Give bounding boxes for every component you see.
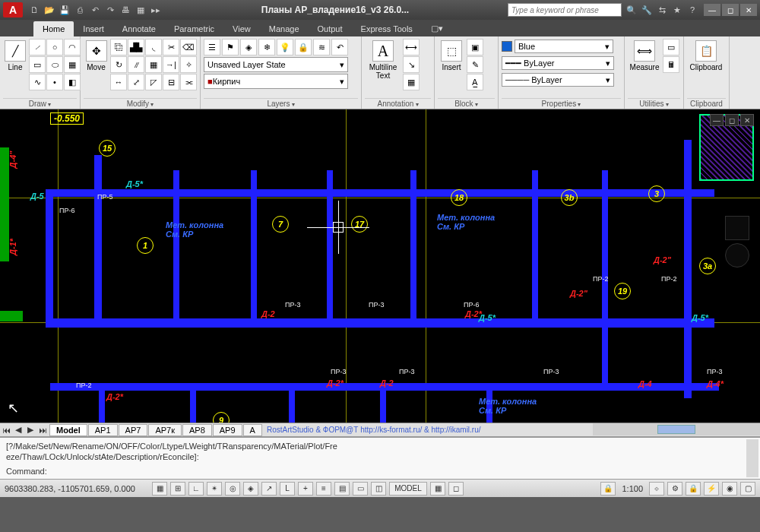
help-search-input[interactable] bbox=[508, 3, 622, 17]
undo-icon[interactable]: ↶ bbox=[88, 3, 102, 17]
layer-prev-icon[interactable]: ↶ bbox=[331, 39, 348, 55]
offset-icon[interactable]: ⫽ bbox=[128, 56, 144, 73]
color-swatch[interactable] bbox=[502, 41, 512, 52]
mtext-tool[interactable]: AMultiline Text bbox=[365, 39, 401, 81]
redo-icon[interactable]: ↷ bbox=[103, 3, 117, 17]
tab-view[interactable]: View bbox=[223, 21, 260, 36]
annoscale-icon[interactable]: ⟐ bbox=[649, 482, 664, 496]
copy-icon[interactable]: ⿻ bbox=[110, 39, 127, 55]
vp-max-icon[interactable]: ◻ bbox=[725, 114, 739, 126]
arc-icon[interactable]: ◠ bbox=[64, 39, 81, 55]
scale-icon[interactable]: ⤢ bbox=[128, 74, 144, 90]
layer-match-icon[interactable]: ≋ bbox=[313, 39, 330, 55]
array-icon[interactable]: ▦ bbox=[145, 56, 162, 73]
3dosnap-toggle[interactable]: ◈ bbox=[243, 482, 258, 496]
fillet-icon[interactable]: ◟ bbox=[145, 39, 162, 55]
layout-tab-ar7[interactable]: АР7 bbox=[119, 424, 148, 436]
tab-next-icon[interactable]: ▶ bbox=[24, 424, 36, 436]
leader-icon[interactable]: ↘ bbox=[403, 56, 420, 73]
star-icon[interactable]: ★ bbox=[670, 3, 684, 17]
ortho-toggle[interactable]: ∟ bbox=[188, 482, 204, 496]
nav-bar[interactable] bbox=[725, 216, 752, 307]
hatch-icon[interactable]: ▦ bbox=[64, 56, 81, 73]
insert-tool[interactable]: ⬚Insert bbox=[438, 39, 465, 73]
lwt-toggle[interactable]: ≡ bbox=[316, 482, 331, 496]
edit-block-icon[interactable]: ✎ bbox=[467, 56, 483, 73]
hardware-accel-icon[interactable]: ⚡ bbox=[704, 482, 719, 496]
layout-tab-ar8[interactable]: АР8 bbox=[182, 424, 212, 436]
open-icon[interactable]: 📂 bbox=[43, 3, 56, 17]
plot-icon[interactable]: ▦ bbox=[134, 3, 147, 17]
layer-prop-icon[interactable]: ☰ bbox=[204, 39, 220, 55]
rotate-icon[interactable]: ↻ bbox=[110, 56, 127, 73]
trim-icon[interactable]: ✂ bbox=[163, 39, 179, 55]
isolate-icon[interactable]: ◉ bbox=[722, 482, 737, 496]
drawing-canvas[interactable]: -0.550 15 1 7 17 18 3b 3 3a 19 9 Д-5 Д-5… bbox=[0, 109, 760, 423]
tab-output[interactable]: Output bbox=[309, 21, 352, 36]
exchange-icon[interactable]: ⇆ bbox=[655, 3, 669, 17]
annoscale-lock-icon[interactable]: 🔒 bbox=[600, 482, 616, 496]
tab-parametric[interactable]: Parametric bbox=[165, 21, 223, 36]
circle-icon[interactable]: ○ bbox=[46, 39, 63, 55]
join-icon[interactable]: ⫘ bbox=[180, 74, 197, 90]
color-combo[interactable]: Blue▾ bbox=[515, 40, 613, 53]
print-icon[interactable]: 🖶 bbox=[119, 3, 132, 17]
polyline-icon[interactable]: ⟋ bbox=[29, 39, 46, 55]
rect-icon[interactable]: ▭ bbox=[29, 56, 46, 73]
tab-insert[interactable]: Insert bbox=[74, 21, 113, 36]
panel-utilities-title[interactable]: Utilities bbox=[628, 98, 680, 108]
erase-icon[interactable]: ⌫ bbox=[180, 39, 197, 55]
calc-icon[interactable]: 🖩 bbox=[663, 56, 679, 73]
panel-layers-title[interactable]: Layers bbox=[204, 98, 358, 108]
move-tool[interactable]: ✥Move bbox=[84, 39, 109, 73]
cmd-scrollbar[interactable] bbox=[746, 439, 758, 477]
ws-switch-icon[interactable]: ⚙ bbox=[667, 482, 682, 496]
ducs-toggle[interactable]: L bbox=[280, 482, 295, 496]
stretch-icon[interactable]: ↔ bbox=[110, 74, 127, 90]
layout-tab-ar9[interactable]: АР9 bbox=[213, 424, 242, 436]
help-icon[interactable]: ? bbox=[686, 3, 699, 17]
tab-first-icon[interactable]: ⏮ bbox=[0, 424, 12, 436]
qp-toggle[interactable]: ▭ bbox=[353, 482, 368, 496]
layer-lock-icon[interactable]: 🔒 bbox=[295, 39, 312, 55]
vp-close-icon[interactable]: ✕ bbox=[740, 114, 754, 126]
binoculars-icon[interactable]: 🔍 bbox=[625, 3, 638, 17]
clean-screen-icon[interactable]: ▢ bbox=[740, 482, 755, 496]
osnap-toggle[interactable]: ◎ bbox=[225, 482, 240, 496]
point-icon[interactable]: • bbox=[46, 74, 63, 90]
layer-off-icon[interactable]: 💡 bbox=[277, 39, 293, 55]
clipboard-tool[interactable]: 📋Clipboard bbox=[687, 39, 725, 73]
tab-overflow-icon[interactable]: ▢▾ bbox=[422, 21, 452, 36]
attr-icon[interactable]: A̲ bbox=[467, 74, 483, 90]
dim-linear-icon[interactable]: ⟷ bbox=[403, 39, 420, 55]
layout-quick-icon[interactable]: ▦ bbox=[430, 482, 445, 496]
dyn-toggle[interactable]: + bbox=[298, 482, 313, 496]
region-icon[interactable]: ◧ bbox=[64, 74, 81, 90]
layout-tab-ar1[interactable]: АР1 bbox=[88, 424, 118, 436]
snap-toggle[interactable]: ▦ bbox=[152, 482, 167, 496]
tpy-toggle[interactable]: ▤ bbox=[334, 482, 350, 496]
layout-max-icon[interactable]: ◻ bbox=[448, 482, 464, 496]
key-icon[interactable]: 🔧 bbox=[640, 3, 654, 17]
tab-annotate[interactable]: Annotate bbox=[113, 21, 165, 36]
layer-states-icon[interactable]: ⚑ bbox=[222, 39, 239, 55]
toolbar-lock-icon[interactable]: 🔒 bbox=[686, 482, 701, 496]
ellipse-icon[interactable]: ⬭ bbox=[46, 56, 63, 73]
tab-home[interactable]: Home bbox=[33, 21, 74, 36]
minimize-button[interactable]: — bbox=[704, 4, 720, 16]
publish-icon[interactable]: ▸▸ bbox=[149, 3, 163, 17]
spline-icon[interactable]: ∿ bbox=[29, 74, 46, 90]
tab-prev-icon[interactable]: ◀ bbox=[12, 424, 24, 436]
polar-toggle[interactable]: ✴ bbox=[207, 482, 222, 496]
create-block-icon[interactable]: ▣ bbox=[467, 39, 483, 55]
save-icon[interactable]: 💾 bbox=[58, 3, 71, 17]
table-icon[interactable]: ▦ bbox=[403, 74, 420, 90]
layer-current-combo[interactable]: ■ Кирпич▾ bbox=[204, 74, 348, 89]
layout-tab-ar7k[interactable]: АР7к bbox=[148, 424, 182, 436]
layer-freeze-icon[interactable]: ❄ bbox=[258, 39, 275, 55]
panel-block-title[interactable]: Block bbox=[438, 98, 495, 108]
vp-min-icon[interactable]: — bbox=[710, 114, 724, 126]
new-icon[interactable]: 🗋 bbox=[27, 3, 41, 17]
close-button[interactable]: ✕ bbox=[740, 4, 757, 16]
lineweight-combo[interactable]: ━━━ ByLayer▾ bbox=[502, 56, 614, 70]
